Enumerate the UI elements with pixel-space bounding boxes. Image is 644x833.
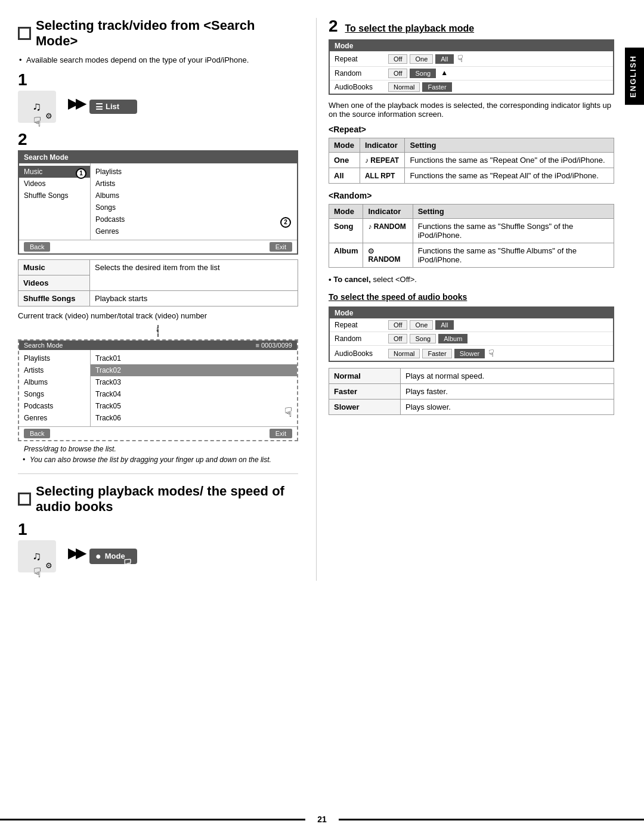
circle-2: 2 xyxy=(280,217,291,228)
step2-number: 2 xyxy=(18,131,298,148)
mode-screen-1: Mode Repeat Off One All ☟ Random Off Son… xyxy=(329,39,614,95)
speed-faster-value: Plays faster. xyxy=(401,384,614,400)
menu2-playlists: Playlists xyxy=(19,352,90,364)
audiobooks-label: AudioBooks xyxy=(335,83,388,91)
screen2-footer: Back Exit xyxy=(19,426,297,440)
bottom-line-right xyxy=(339,819,644,820)
repeat-off: Off xyxy=(388,54,407,64)
track06: Track06 xyxy=(91,412,297,424)
speed-slower-value: Plays slower. xyxy=(401,400,614,415)
screen2-body: Playlists Artists Albums Songs Podcasts … xyxy=(19,350,297,426)
hand-mode-1: ☟ xyxy=(457,53,463,64)
right-column: 2 To select the playback mode Mode Repea… xyxy=(316,18,614,581)
audio-normal: Normal xyxy=(388,82,420,92)
screen1-left-menu: Music Videos Shuffle Songs 1 xyxy=(19,163,91,240)
videos-label: Videos xyxy=(18,275,90,290)
section1-icon xyxy=(18,27,31,40)
random-label: Random xyxy=(335,69,388,78)
shuffle-value: Playback starts xyxy=(90,290,298,306)
audio-random-off: Off xyxy=(388,334,407,343)
bottom-line-left xyxy=(0,819,305,820)
repeat-options: Off One All xyxy=(388,54,454,64)
mode-row-repeat: Repeat Off One All ☟ xyxy=(330,51,613,67)
random-table: Mode Indicator Setting Song ♪ RANDOM Fun… xyxy=(329,204,614,268)
press-drag-note: Press/drag to browse the list. xyxy=(18,445,298,453)
random-album-badge: ⊙ RANDOM xyxy=(368,247,407,264)
list-artists: Artists xyxy=(91,178,297,190)
audio-books-opts: Normal Faster Slower xyxy=(388,349,485,358)
repeat-row-one: One ♪ REPEAT Functions the same as "Repe… xyxy=(329,153,614,168)
audio-faster: Faster xyxy=(422,82,451,92)
menu2-songs: Songs xyxy=(19,388,90,400)
shuffle-label: Shuffle Songs xyxy=(18,290,90,306)
hand-cursor-2: ☟ xyxy=(284,405,292,420)
screen1-body: Music Videos Shuffle Songs 1 Playlists A… xyxy=(19,163,297,240)
audio-random-opts: Off Song Album xyxy=(388,334,467,343)
screen1-footer: Back Exit xyxy=(19,240,297,253)
repeat-one-mode: One xyxy=(329,153,360,168)
random-song: Song xyxy=(410,69,436,78)
step1-list-btn: ☰ List ☟ xyxy=(89,100,137,114)
section1-heading: Selecting track/video from <Search Mode> xyxy=(18,18,298,49)
repeat-col-indicator: Indicator xyxy=(360,138,405,153)
random-row-song: Song ♪ RANDOM Functions the same as "Shu… xyxy=(329,219,614,243)
audio-repeat-opts: Off One All xyxy=(388,320,454,330)
audio-random-song: Song xyxy=(410,334,436,343)
screen1-right-list: Playlists Artists Albums Songs Podcasts … xyxy=(91,163,297,240)
audio-repeat-off: Off xyxy=(388,320,407,330)
random-album-indicator: ⊙ RANDOM xyxy=(363,243,413,268)
list-songs: Songs xyxy=(91,202,297,213)
random-heading: <Random> xyxy=(329,191,614,200)
random-col-mode: Mode xyxy=(329,205,363,219)
speed-row-normal: Normal Plays at normal speed. xyxy=(329,368,614,384)
track02: Track02 xyxy=(91,364,297,376)
section2-step1-row: ♫ ⚙ ☟ ▶▶ ● Mode ☟ xyxy=(18,540,298,572)
page-container: ENGLISH Selecting track/video from <Sear… xyxy=(0,0,644,833)
random-options: Off Song ▲ xyxy=(388,69,448,78)
random-song-setting: Functions the same as "Shuffle Songs" of… xyxy=(413,219,614,243)
music-info-table: Music Selects the desired item from the … xyxy=(18,259,298,306)
section2-mode-btn: ● Mode ☟ xyxy=(89,549,137,564)
repeat-one-setting: Functions the same as "Repeat One" of th… xyxy=(405,153,614,168)
svg-rect-0 xyxy=(20,29,29,38)
screen2-right-list: Track01 Track02 Track03 Track04 Track05 … xyxy=(91,350,297,426)
english-tab: ENGLISH xyxy=(625,48,644,105)
audio-repeat-row: Repeat Off One All xyxy=(330,318,613,332)
screen1-header: Search Mode xyxy=(19,151,297,163)
svg-rect-1 xyxy=(20,494,29,504)
mode-row-audiobooks: AudioBooks Normal Faster xyxy=(330,80,613,94)
menu-videos: Videos xyxy=(19,178,90,190)
speed-slower-label: Slower xyxy=(329,400,401,415)
repeat-table-header-row: Mode Indicator Setting xyxy=(329,138,614,153)
section2-step1: 1 xyxy=(18,521,298,538)
track04: Track04 xyxy=(91,388,297,400)
back-btn-1: Back xyxy=(24,242,50,252)
music-value: Selects the desired item from the list xyxy=(90,259,298,290)
random-album-mode: Album xyxy=(329,243,363,268)
section2-icon xyxy=(18,493,31,506)
section2-title: Selecting playback modes/ the speed of a… xyxy=(36,484,298,515)
screen2-header: Search Mode xyxy=(24,342,63,349)
left-column: Selecting track/video from <Search Mode>… xyxy=(18,18,316,581)
track01: Track01 xyxy=(91,352,297,364)
audio-speed-table: Normal Plays at normal speed. Faster Pla… xyxy=(329,368,614,415)
menu2-genres: Genres xyxy=(19,412,90,424)
mode-row-random: Random Off Song ▲ xyxy=(330,67,613,80)
search-screen-2: Search Mode ≡ 0003/0099 Playlists Artist… xyxy=(18,339,298,441)
speed-normal-label: Normal xyxy=(329,368,401,384)
drag-note: You can also browse the list by dragging… xyxy=(18,456,298,464)
repeat-one: One xyxy=(410,54,433,64)
audiobooks-options: Normal Faster xyxy=(388,82,452,92)
search-screen-1: Search Mode Music Videos Shuffle Songs 1… xyxy=(18,150,298,255)
audio-random-album: Album xyxy=(438,334,467,343)
menu2-artists: Artists xyxy=(19,364,90,376)
section2-music-icon: ♫ ⚙ ☟ xyxy=(18,540,56,572)
speed-normal-value: Plays at normal speed. xyxy=(401,368,614,384)
back-btn-2: Back xyxy=(24,429,50,438)
cancel-text: • To cancel, select <Off>. xyxy=(329,275,614,284)
audio-books-row: AudioBooks Normal Faster Slower ☟ xyxy=(330,346,613,361)
repeat-all-mode: All xyxy=(329,168,360,184)
audiobooks-faster: Faster xyxy=(422,349,451,358)
page-bottom: 21 xyxy=(0,815,644,824)
repeat-row-all: All ALL RPT Functions the same as "Repea… xyxy=(329,168,614,184)
